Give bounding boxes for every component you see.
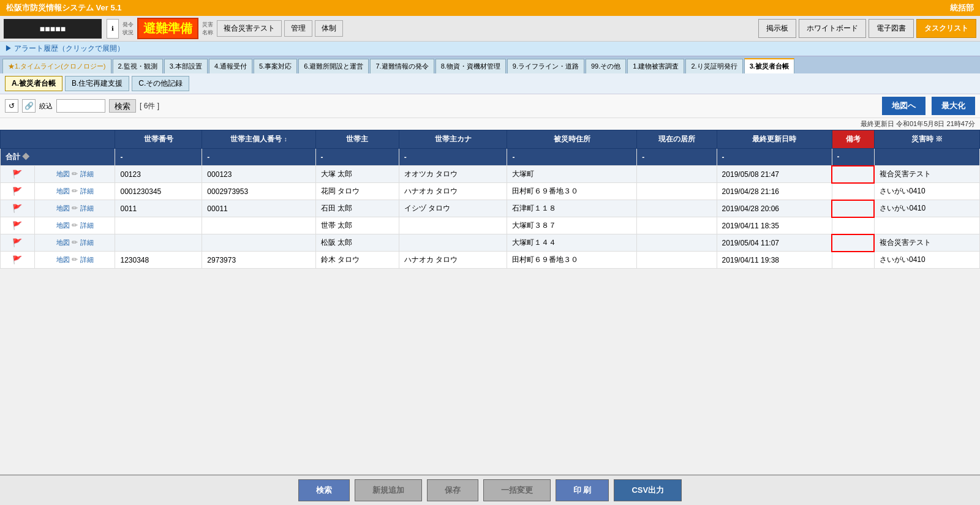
tab2-other-records[interactable]: C.その他記録 — [132, 76, 189, 91]
pencil-icon: ✏ — [72, 221, 78, 230]
pencil-icon: ✏ — [72, 170, 78, 178]
tab1-monitor[interactable]: 2.監視・観測 — [113, 59, 163, 73]
tab1-supplies[interactable]: 8.物資・資機材管理 — [435, 59, 506, 73]
alert-bar[interactable]: アラート履歴（クリックで展開） — [0, 42, 980, 56]
tab2-housing[interactable]: B.住宅再建支援 — [65, 76, 129, 91]
cell-世帯主: 鈴木 タロウ — [315, 252, 399, 269]
cell-被災時住所: 田村町６９番地３０ — [507, 252, 637, 269]
tab1-other[interactable]: 99.その他 — [586, 59, 626, 73]
disaster-name-btn[interactable]: 複合災害テスト — [217, 20, 282, 37]
bulletin-board-btn[interactable]: 掲示板 — [758, 19, 796, 38]
last-update-value: 令和01年5月8日 21時47分 — [896, 120, 975, 127]
kanri-btn[interactable]: 管理 — [284, 20, 312, 37]
last-update-label: 最終更新日 — [861, 120, 894, 127]
th-kana: 世帯主カナ — [399, 130, 507, 149]
cell-note — [832, 166, 874, 183]
map-action-cell[interactable]: 地図 ✏ 詳細 — [34, 252, 115, 269]
map-link[interactable]: 地図 — [56, 256, 70, 263]
map-link[interactable]: 地図 — [56, 222, 70, 229]
cell-被災時住所: 田村町６９番地３０ — [507, 183, 637, 200]
link-btn[interactable]: 🔗 — [22, 99, 36, 113]
map-action-cell[interactable]: 地図 ✏ 詳細 — [34, 200, 115, 217]
tab1-case[interactable]: 5.事案対応 — [254, 59, 297, 73]
taisei-btn[interactable]: 体制 — [315, 20, 343, 37]
cell-世帯主個人番号: 000123 — [202, 166, 315, 183]
flag-icon: 🚩 — [12, 238, 22, 247]
map-action-cell[interactable]: 地図 ✏ 詳細 — [34, 217, 115, 234]
cell-最終更新日時: 2019/05/08 21:47 — [717, 166, 832, 183]
detail-link[interactable]: 詳細 — [80, 256, 94, 263]
tab-strip-1: ★1.タイムライン(クロノロジー) 2.監視・観測 3.本部設置 4.通報受付 … — [0, 56, 980, 73]
map-action-cell[interactable]: 地図 ✏ 詳細 — [34, 166, 115, 183]
detail-link[interactable]: 詳細 — [80, 204, 94, 212]
table-row: 🚩地図 ✏ 詳細001100011石田 太郎イシヅ タロウ石津町１１８2019/… — [1, 200, 980, 217]
cell-note — [832, 252, 874, 269]
cell-世帯主個人番号 — [202, 234, 315, 252]
total-label: 合計 ◆ — [1, 149, 115, 166]
cell-世帯番号: 1230348 — [115, 252, 202, 269]
maximize-btn[interactable]: 最大化 — [932, 97, 975, 115]
table-row: 🚩地図 ✏ 詳細00012303450002973953花岡 タロウハナオカ タ… — [1, 183, 980, 200]
total-dash-3: - — [315, 149, 399, 166]
tab2-victim-ledger[interactable]: A.被災者台帳 — [5, 76, 62, 91]
flag-cell: 🚩 — [1, 200, 35, 217]
cell-被災時住所: 大塚町 — [507, 166, 637, 183]
search-label: 絞込 — [39, 102, 53, 111]
detail-link[interactable]: 詳細 — [80, 187, 94, 195]
ebooks-btn[interactable]: 電子図書 — [869, 19, 914, 38]
table-row: 🚩地図 ✏ 詳細世帯 太郎大塚町３８７2019/04/11 18:35 — [1, 217, 980, 234]
flag-icon: 🚩 — [12, 187, 22, 196]
tasklist-btn[interactable]: タスクリスト — [916, 19, 976, 38]
flag-cell: 🚩 — [1, 234, 35, 252]
top-nav: ■■■■■ ℹ 発令状況 避難準備 災害名称 複合災害テスト 管理 体制 掲示板… — [0, 16, 980, 42]
issue-status-group: 発令状況 — [123, 21, 134, 37]
tab1-report[interactable]: 4.通報受付 — [209, 59, 252, 73]
detail-link[interactable]: 詳細 — [80, 170, 94, 178]
refresh-btn[interactable]: ↺ — [5, 99, 18, 113]
tab1-victim-ledger[interactable]: 3.被災者台帳 — [744, 58, 794, 73]
th-last-update: 最終更新日時 — [717, 130, 832, 149]
tab1-lifeline[interactable]: 9.ライフライン・道路 — [507, 59, 584, 73]
map-link[interactable]: 地図 — [56, 170, 70, 178]
cell-disaster: さいがい0410 — [874, 252, 979, 269]
tab1-shelter[interactable]: 6.避難所開設と運営 — [298, 59, 369, 73]
cell-被災時住所: 大塚町１４４ — [507, 234, 637, 252]
tab1-damage-survey[interactable]: 1.建物被害調査 — [627, 59, 684, 73]
detail-link[interactable]: 詳細 — [80, 222, 94, 229]
info-icon-btn[interactable]: ℹ — [107, 19, 119, 39]
map-link[interactable]: 地図 — [56, 204, 70, 212]
map-action-cell[interactable]: 地図 ✏ 詳細 — [34, 234, 115, 252]
cell-世帯番号: 0001230345 — [115, 183, 202, 200]
cell-最終更新日時: 2019/05/04 11:07 — [717, 234, 832, 252]
tab1-headquarters[interactable]: 3.本部設置 — [164, 59, 208, 73]
cell-世帯番号 — [115, 234, 202, 252]
cell-被災時住所: 石津町１１８ — [507, 200, 637, 217]
cell-世帯主: 世帯 太郎 — [315, 217, 399, 234]
tab1-certificate[interactable]: 2.り災証明発行 — [685, 59, 742, 73]
alert-bar-text: アラート履歴（クリックで展開） — [14, 44, 124, 53]
map-link[interactable]: 地図 — [56, 187, 70, 195]
cell-世帯主: 松阪 太郎 — [315, 234, 399, 252]
evacuation-status-btn[interactable]: 避難準備 — [137, 18, 198, 39]
map-btn[interactable]: 地図へ — [882, 97, 925, 115]
cell-note — [832, 234, 874, 252]
flag-icon: 🚩 — [12, 255, 22, 264]
cell-世帯主カナ: ハナオカ タロウ — [399, 183, 507, 200]
map-link[interactable]: 地図 — [56, 239, 70, 246]
logo-block: ■■■■■ — [4, 19, 102, 39]
map-action-cell[interactable]: 地図 ✏ 詳細 — [34, 183, 115, 200]
total-dash-1: - — [115, 149, 202, 166]
cell-disaster: さいがい0410 — [874, 183, 979, 200]
tab1-evacinfo[interactable]: 7.避難情報の発令 — [370, 59, 434, 73]
count-label: [ 6件 ] — [140, 101, 159, 111]
detail-link[interactable]: 詳細 — [80, 239, 94, 246]
tab1-timeline[interactable]: ★1.タイムライン(クロノロジー) — [2, 59, 111, 73]
cell-世帯主: 石田 太郎 — [315, 200, 399, 217]
cell-note — [832, 217, 874, 234]
cell-最終更新日時: 2019/04/28 20:06 — [717, 200, 832, 217]
whiteboard-btn[interactable]: ホワイトボード — [799, 19, 866, 38]
cell-disaster — [874, 217, 979, 234]
app-title: 松阪市防災情報システム Ver 5.1 — [6, 2, 122, 13]
search-input[interactable] — [56, 99, 105, 113]
search-btn[interactable]: 検索 — [109, 99, 136, 113]
